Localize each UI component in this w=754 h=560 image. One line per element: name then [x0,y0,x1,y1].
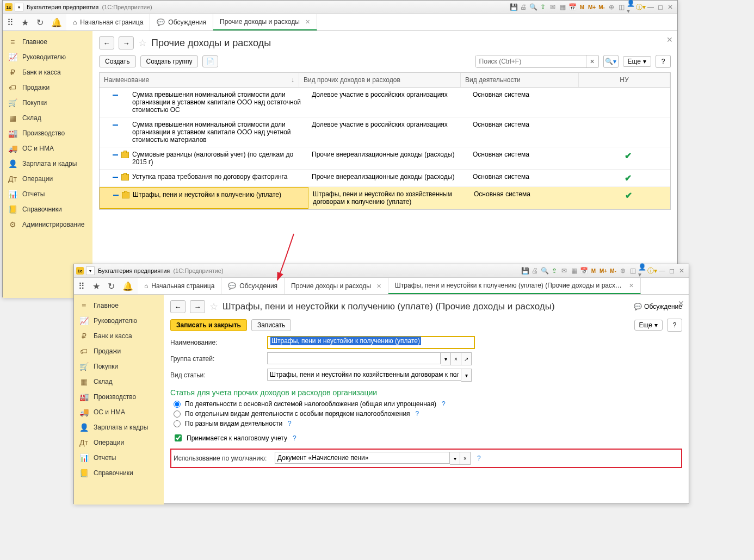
sidebar-item[interactable]: ДтОперации [74,435,164,450]
tb-icon-print[interactable]: 🖨 [530,266,539,275]
clear-icon[interactable]: × [460,452,471,465]
mminus-icon[interactable]: M- [597,3,606,11]
sidebar-item[interactable]: ≡Главное [74,298,164,313]
clear-icon[interactable]: × [451,352,461,365]
search-clear-icon[interactable]: ✕ [586,55,598,67]
apps-icon[interactable]: ⠿ [78,281,85,291]
sidebar-item[interactable]: ₽Банк и касса [3,65,92,80]
sidebar-item[interactable]: 🏷Продажи [3,80,92,95]
maximize-icon[interactable]: ◻ [656,3,665,11]
sidebar-item[interactable]: ₽Банк и касса [74,328,164,344]
save-close-button[interactable]: Записать и закрыть [170,319,247,331]
mplus-icon[interactable]: M+ [599,266,608,275]
sidebar-item[interactable]: 📒Справочники [74,465,164,481]
dropdown-icon[interactable]: ▾ [461,369,472,382]
mplus-icon[interactable]: M+ [588,3,596,11]
sidebar-item[interactable]: 📊Отчеты [74,450,164,465]
help-icon[interactable]: ? [477,455,481,462]
mminus-icon[interactable]: M- [609,266,617,275]
sidebar-item[interactable]: ▦Склад [74,374,164,389]
nav-back-button[interactable]: ← [170,300,186,313]
table-row[interactable]: Уступка права требования по договору фак… [100,170,670,187]
create-group-button[interactable]: Создать группу [140,55,199,67]
info-icon[interactable]: ⓘ▾ [636,3,645,11]
sidebar-item[interactable]: 👤Зарплата и кадры [74,420,164,435]
help-button[interactable]: ? [656,55,671,68]
sidebar-item[interactable]: ≡Главное [3,34,92,49]
sidebar-item[interactable]: 🏷Продажи [74,344,164,359]
sidebar-item[interactable]: 📈Руководителю [3,49,92,65]
favorite-star-icon[interactable]: ☆ [209,301,218,313]
panel-icon[interactable]: ◫ [628,266,637,275]
bell-icon[interactable]: 🔔 [51,17,62,28]
kind-input[interactable] [267,369,461,381]
col-name[interactable]: Наименование↓ [100,73,299,87]
maximize-icon[interactable]: ◻ [668,266,676,275]
table-row[interactable]: Сумма превышения номинальной стоимости д… [100,117,670,147]
nav-fwd-button[interactable]: → [119,36,134,49]
tab-close-icon[interactable]: ✕ [376,283,381,290]
minimize-icon[interactable]: — [646,3,655,11]
tab-item[interactable]: Штрафы, пени и неустойки к получению (уп… [388,278,641,294]
open-icon[interactable]: ↗ [461,352,472,365]
radio-various[interactable] [174,420,181,427]
sidebar-item[interactable]: ▦Склад [3,110,92,126]
search-input[interactable] [476,55,586,67]
sidebar-item[interactable]: 🛒Покупки [74,359,164,374]
sidebar-item[interactable]: 🛒Покупки [3,95,92,110]
tab-list[interactable]: Прочие доходы и расходы ✕ [285,278,388,294]
sidebar-item[interactable]: ⚙Администрирование [3,217,92,232]
panel-icon[interactable]: ◫ [617,3,626,11]
tab-home[interactable]: ⌂ Начальная страница [138,278,221,294]
bell-icon[interactable]: 🔔 [122,281,133,291]
calendar-icon[interactable]: 📅 [579,266,588,275]
tb-icon-preview[interactable]: 🔍 [529,3,537,11]
help-icon[interactable]: ? [288,420,292,427]
tb-icon-save[interactable]: 💾 [521,266,529,275]
copy-button[interactable]: 📄 [202,55,218,67]
sidebar-item[interactable]: 📒Справочники [3,202,92,217]
page-close-icon[interactable]: ✕ [666,35,673,44]
calendar-icon[interactable]: 📅 [568,3,577,11]
nav-back-button[interactable]: ← [99,36,114,49]
tab-close-icon[interactable]: ✕ [305,18,310,26]
tb-icon-grid[interactable]: ▦ [558,3,567,11]
app-menu-dropdown[interactable]: ▾ [86,266,95,275]
create-button[interactable]: Создать [99,55,136,67]
help-button[interactable]: ? [667,319,682,332]
default-input[interactable] [275,452,450,464]
dropdown-icon[interactable]: ▾ [450,452,460,465]
user-icon[interactable]: 👤▾ [627,3,635,11]
save-button[interactable]: Записать [251,319,291,331]
m-icon[interactable]: M [589,266,598,275]
nu-checkbox[interactable] [175,434,182,441]
discuss-link[interactable]: 💬 Обсуждение [634,303,682,310]
apps-icon[interactable]: ⠿ [7,17,14,28]
sidebar-item[interactable]: 📈Руководителю [74,313,164,328]
star-icon[interactable]: ★ [92,281,100,291]
tb-icon-grid[interactable]: ▦ [570,266,578,275]
minimize-icon[interactable]: — [658,266,666,275]
m-icon[interactable]: M [578,3,586,11]
history-icon[interactable]: ↻ [108,281,115,291]
close-icon[interactable]: ✕ [666,3,675,11]
tb-icon-preview[interactable]: 🔍 [540,266,549,275]
search-button[interactable]: 🔍▾ [603,55,619,68]
table-row[interactable]: Штрафы, пени и неустойки к получению (уп… [100,187,670,209]
sidebar-item[interactable]: 🚚ОС и НМА [74,405,164,420]
tb-icon-msg[interactable]: ✉ [560,266,568,275]
sidebar-item[interactable]: 👤Зарплата и кадры [3,156,92,171]
zoom-icon[interactable]: ⊕ [619,266,627,275]
user-icon[interactable]: 👤▾ [638,266,647,275]
sidebar-item[interactable]: 🚚ОС и НМА [3,141,92,156]
app-menu-dropdown[interactable]: ▾ [15,3,23,11]
radio-main[interactable] [174,401,181,408]
tb-icon-msg[interactable]: ✉ [548,3,557,11]
more-button[interactable]: Еще▾ [623,56,651,67]
star-icon[interactable]: ★ [21,17,29,28]
sidebar-item[interactable]: ДтОперации [3,171,92,186]
info-icon[interactable]: ⓘ▾ [648,266,657,275]
tab-discuss[interactable]: 💬 Обсуждения [150,14,213,30]
col-nu[interactable]: НУ [579,73,670,87]
table-row[interactable]: Суммовые разницы (налоговый учет) (по сд… [100,147,670,170]
